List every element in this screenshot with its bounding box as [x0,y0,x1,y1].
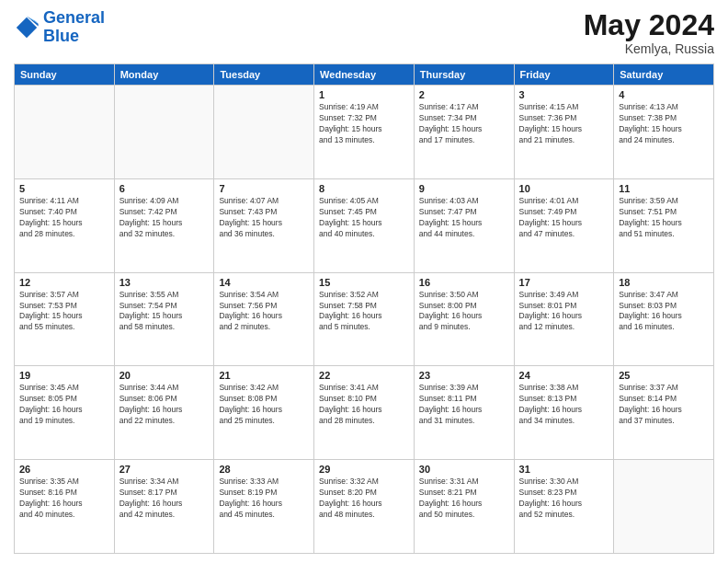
day-number: 14 [219,277,309,288]
table-row [114,86,214,179]
day-number: 27 [119,464,210,475]
logo-text: General Blue [43,9,105,46]
day-info: Sunrise: 4:03 AM Sunset: 7:47 PM Dayligh… [419,196,509,240]
table-row: 2Sunrise: 4:17 AM Sunset: 7:34 PM Daylig… [414,86,514,179]
logo-icon [14,15,40,40]
day-info: Sunrise: 4:07 AM Sunset: 7:43 PM Dayligh… [219,196,309,240]
day-number: 4 [619,89,709,100]
page: General Blue May 2024 Kemlya, Russia Sun… [0,0,728,563]
day-info: Sunrise: 3:32 AM Sunset: 8:20 PM Dayligh… [319,477,409,521]
col-wednesday: Wednesday [314,64,415,86]
day-info: Sunrise: 4:05 AM Sunset: 7:45 PM Dayligh… [319,196,409,240]
day-number: 28 [219,464,309,475]
day-info: Sunrise: 3:33 AM Sunset: 8:19 PM Dayligh… [219,477,309,521]
title-block: May 2024 Kemlya, Russia [584,9,714,56]
day-info: Sunrise: 3:59 AM Sunset: 7:51 PM Dayligh… [619,196,709,240]
table-row: 15Sunrise: 3:52 AM Sunset: 7:58 PM Dayli… [314,272,415,366]
table-row: 24Sunrise: 3:38 AM Sunset: 8:13 PM Dayli… [514,366,614,460]
day-number: 2 [419,89,509,100]
col-thursday: Thursday [414,64,514,86]
logo-blue: Blue [43,27,79,45]
logo: General Blue [14,9,105,46]
day-number: 20 [119,370,210,381]
table-row: 9Sunrise: 4:03 AM Sunset: 7:47 PM Daylig… [414,178,514,272]
table-row: 8Sunrise: 4:05 AM Sunset: 7:45 PM Daylig… [314,178,415,272]
calendar-title: May 2024 [584,9,714,41]
day-info: Sunrise: 3:42 AM Sunset: 8:08 PM Dayligh… [219,383,309,427]
day-number: 23 [419,370,509,381]
table-row: 1Sunrise: 4:19 AM Sunset: 7:32 PM Daylig… [314,86,415,179]
day-number: 18 [619,277,709,288]
day-info: Sunrise: 3:38 AM Sunset: 8:13 PM Dayligh… [519,383,609,427]
table-row: 23Sunrise: 3:39 AM Sunset: 8:11 PM Dayli… [414,366,514,460]
col-saturday: Saturday [614,64,714,86]
day-info: Sunrise: 3:52 AM Sunset: 7:58 PM Dayligh… [319,290,409,334]
table-row [614,460,714,554]
day-number: 11 [619,183,709,194]
table-row: 12Sunrise: 3:57 AM Sunset: 7:53 PM Dayli… [15,272,115,366]
table-row: 27Sunrise: 3:34 AM Sunset: 8:17 PM Dayli… [114,460,214,554]
table-row: 21Sunrise: 3:42 AM Sunset: 8:08 PM Dayli… [214,366,314,460]
calendar-table: Sunday Monday Tuesday Wednesday Thursday… [14,63,714,554]
table-row: 11Sunrise: 3:59 AM Sunset: 7:51 PM Dayli… [614,178,714,272]
day-number: 13 [119,277,210,288]
day-number: 3 [519,89,609,100]
day-info: Sunrise: 3:39 AM Sunset: 8:11 PM Dayligh… [419,383,509,427]
day-info: Sunrise: 3:45 AM Sunset: 8:05 PM Dayligh… [19,383,109,427]
day-info: Sunrise: 3:37 AM Sunset: 8:14 PM Dayligh… [619,383,709,427]
day-number: 21 [219,370,309,381]
table-row: 30Sunrise: 3:31 AM Sunset: 8:21 PM Dayli… [414,460,514,554]
day-info: Sunrise: 3:44 AM Sunset: 8:06 PM Dayligh… [119,383,210,427]
day-info: Sunrise: 3:49 AM Sunset: 8:01 PM Dayligh… [519,290,609,334]
col-sunday: Sunday [15,64,115,86]
day-number: 25 [619,370,709,381]
col-friday: Friday [514,64,614,86]
calendar-subtitle: Kemlya, Russia [584,41,714,56]
table-row: 25Sunrise: 3:37 AM Sunset: 8:14 PM Dayli… [614,366,714,460]
col-monday: Monday [114,64,214,86]
calendar-week-3: 12Sunrise: 3:57 AM Sunset: 7:53 PM Dayli… [15,272,714,366]
day-info: Sunrise: 3:55 AM Sunset: 7:54 PM Dayligh… [119,290,210,334]
day-number: 30 [419,464,509,475]
table-row: 13Sunrise: 3:55 AM Sunset: 7:54 PM Dayli… [114,272,214,366]
calendar-week-5: 26Sunrise: 3:35 AM Sunset: 8:16 PM Dayli… [15,460,714,554]
day-info: Sunrise: 3:54 AM Sunset: 7:56 PM Dayligh… [219,290,309,334]
day-number: 9 [419,183,509,194]
day-info: Sunrise: 4:01 AM Sunset: 7:49 PM Dayligh… [519,196,609,240]
day-info: Sunrise: 3:31 AM Sunset: 8:21 PM Dayligh… [419,477,509,521]
day-info: Sunrise: 4:13 AM Sunset: 7:38 PM Dayligh… [619,102,709,146]
table-row: 19Sunrise: 3:45 AM Sunset: 8:05 PM Dayli… [15,366,115,460]
table-row: 14Sunrise: 3:54 AM Sunset: 7:56 PM Dayli… [214,272,314,366]
day-info: Sunrise: 4:15 AM Sunset: 7:36 PM Dayligh… [519,102,609,146]
day-info: Sunrise: 4:19 AM Sunset: 7:32 PM Dayligh… [319,102,409,146]
table-row: 6Sunrise: 4:09 AM Sunset: 7:42 PM Daylig… [114,178,214,272]
table-row [214,86,314,179]
day-number: 26 [19,464,109,475]
logo-general: General [43,8,105,27]
table-row: 4Sunrise: 4:13 AM Sunset: 7:38 PM Daylig… [614,86,714,179]
day-number: 7 [219,183,309,194]
day-number: 12 [19,277,109,288]
day-number: 1 [319,89,409,100]
day-info: Sunrise: 3:30 AM Sunset: 8:23 PM Dayligh… [519,477,609,521]
calendar-week-4: 19Sunrise: 3:45 AM Sunset: 8:05 PM Dayli… [15,366,714,460]
table-row: 10Sunrise: 4:01 AM Sunset: 7:49 PM Dayli… [514,178,614,272]
calendar-week-1: 1Sunrise: 4:19 AM Sunset: 7:32 PM Daylig… [15,86,714,179]
day-info: Sunrise: 4:09 AM Sunset: 7:42 PM Dayligh… [119,196,210,240]
day-number: 5 [19,183,109,194]
day-number: 6 [119,183,210,194]
col-tuesday: Tuesday [214,64,314,86]
table-row: 16Sunrise: 3:50 AM Sunset: 8:00 PM Dayli… [414,272,514,366]
table-row: 22Sunrise: 3:41 AM Sunset: 8:10 PM Dayli… [314,366,415,460]
day-info: Sunrise: 3:57 AM Sunset: 7:53 PM Dayligh… [19,290,109,334]
day-info: Sunrise: 4:11 AM Sunset: 7:40 PM Dayligh… [19,196,109,240]
day-number: 17 [519,277,609,288]
day-number: 31 [519,464,609,475]
calendar-week-2: 5Sunrise: 4:11 AM Sunset: 7:40 PM Daylig… [15,178,714,272]
table-row: 29Sunrise: 3:32 AM Sunset: 8:20 PM Dayli… [314,460,415,554]
day-number: 24 [519,370,609,381]
day-number: 10 [519,183,609,194]
table-row: 5Sunrise: 4:11 AM Sunset: 7:40 PM Daylig… [15,178,115,272]
table-row: 17Sunrise: 3:49 AM Sunset: 8:01 PM Dayli… [514,272,614,366]
table-row: 18Sunrise: 3:47 AM Sunset: 8:03 PM Dayli… [614,272,714,366]
